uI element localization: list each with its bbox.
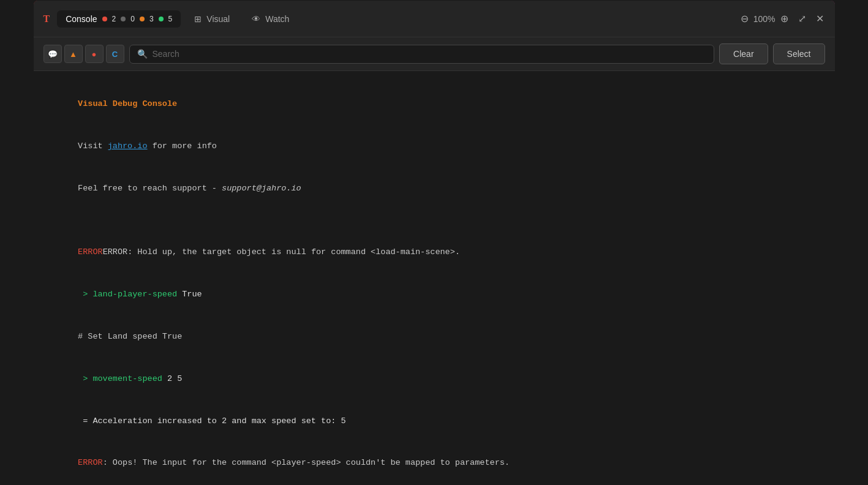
- badge-count-0: 0: [130, 15, 135, 23]
- filter-buttons: 💬 ▲ ● C: [43, 45, 124, 63]
- visual-tab-label: Visual: [206, 14, 230, 24]
- spacer-2: [48, 220, 820, 231]
- cmd-land-player-speed: > land-player-speed True: [48, 274, 820, 316]
- badge-gray: [121, 17, 126, 21]
- cmd-movement-speed: > movement-speed 2 5: [48, 358, 820, 400]
- result-acceleration: = Acceleration increased to 2 and max sp…: [48, 400, 820, 443]
- maximize-button[interactable]: ⤢: [797, 12, 807, 26]
- logo-icon: T: [43, 13, 50, 24]
- jahro-link[interactable]: jahro.io: [108, 141, 148, 151]
- zoom-controls: ⊖ 100% ⊕: [739, 12, 790, 26]
- tab-console[interactable]: Console 2 0 3 5: [57, 10, 181, 28]
- tab-watch[interactable]: 👁 Watch: [243, 10, 298, 28]
- error-line-2: ERROR: Oops! The input for the command <…: [48, 443, 820, 485]
- badge-green: [159, 17, 164, 21]
- intro-visit: Visit jahro.io for more info: [48, 126, 820, 168]
- eye-icon: 👁: [252, 14, 260, 24]
- error-line-1: ERRORERROR: Hold up, the target object i…: [48, 231, 820, 274]
- search-icon: 🔍: [137, 49, 148, 59]
- intro-support: Feel free to reach support - support@jah…: [48, 168, 820, 210]
- intro-title: Visual Debug Console: [48, 83, 820, 126]
- toolbar: 💬 ▲ ● C 🔍 Clear Select: [34, 37, 835, 71]
- grid-icon: ⊞: [194, 14, 202, 24]
- titlebar: T Console 2 0 3 5 ⊞ Visual 👁 Watch ⊖ 100…: [34, 1, 835, 37]
- console-output: Visual Debug Console Visit jahro.io for …: [34, 71, 835, 485]
- badge-orange: [140, 17, 145, 21]
- filter-info-button[interactable]: C: [106, 45, 124, 63]
- filter-warn-button[interactable]: ▲: [64, 45, 83, 63]
- badge-count-2: 2: [112, 15, 116, 23]
- search-input[interactable]: [153, 49, 707, 59]
- zoom-level: 100%: [753, 14, 776, 24]
- select-button[interactable]: Select: [773, 43, 825, 64]
- filter-message-button[interactable]: 💬: [43, 45, 62, 63]
- watch-tab-label: Watch: [265, 14, 289, 24]
- comment-set-land: # Set Land speed True: [48, 316, 820, 358]
- zoom-in-button[interactable]: ⊕: [779, 12, 790, 26]
- main-window: T Console 2 0 3 5 ⊞ Visual 👁 Watch ⊖ 100…: [33, 0, 836, 485]
- filter-error-button[interactable]: ●: [85, 45, 104, 63]
- close-button[interactable]: ✕: [815, 12, 825, 26]
- zoom-out-button[interactable]: ⊖: [739, 12, 750, 26]
- console-tab-label: Console: [66, 14, 97, 24]
- badge-red: [102, 17, 107, 21]
- window-controls: ⊖ 100% ⊕ ⤢ ✕: [739, 12, 825, 26]
- spacer-1: [48, 209, 820, 220]
- search-wrapper: 🔍: [129, 45, 715, 64]
- clear-button[interactable]: Clear: [719, 43, 768, 64]
- tab-visual[interactable]: ⊞ Visual: [186, 10, 238, 28]
- badge-count-3: 3: [149, 15, 154, 23]
- badge-count-5: 5: [168, 15, 173, 23]
